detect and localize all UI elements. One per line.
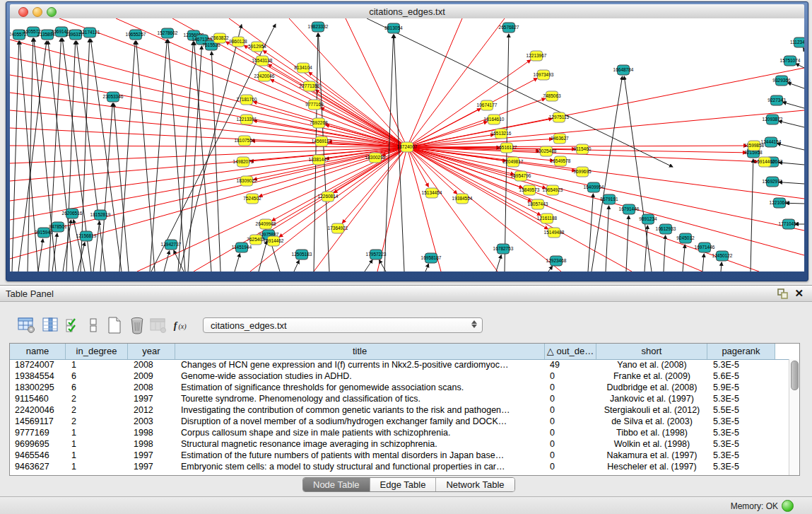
network-canvas[interactable]: 1872400724055724160557212135894120691406… (10, 18, 804, 271)
network-node[interactable]: 13942737 (161, 240, 182, 250)
network-node[interactable]: 12213391 (237, 115, 257, 124)
function-builder-icon[interactable]: f (x) (172, 315, 192, 335)
tab-edge-table[interactable]: Edge Table (370, 478, 436, 491)
svg-text:22771358: 22771358 (300, 83, 320, 88)
network-node[interactable]: 9463627 (551, 134, 569, 144)
row-height-icon[interactable] (83, 315, 103, 335)
network-node[interactable]: 19823332 (308, 22, 329, 32)
network-node[interactable]: 18152819 (90, 210, 111, 220)
network-node[interactable]: 15134454 (422, 188, 442, 198)
network-node[interactable]: 16782753 (493, 244, 514, 254)
network-node[interactable]: 23053346 (103, 92, 124, 102)
network-edge (235, 254, 240, 271)
network-node[interactable]: 19654923 (543, 185, 563, 195)
new-column-icon[interactable] (105, 315, 124, 335)
table-row[interactable]: 1938455462009Genome-wide association stu… (10, 370, 789, 382)
table-settings-icon[interactable] (17, 315, 37, 335)
network-node[interactable]: 15849573 (519, 185, 540, 195)
network-node[interactable]: 16971446 (695, 243, 715, 252)
column-header-year[interactable]: year (128, 344, 175, 359)
network-node[interactable]: 9329366 (772, 76, 791, 86)
network-window-titlebar[interactable]: citations_edges.txt (10, 4, 804, 19)
network-node[interactable]: 26409948 (256, 219, 276, 229)
network-node[interactable]: 9891234 (639, 214, 657, 224)
column-header-title[interactable]: title (175, 344, 545, 359)
close-panel-icon[interactable]: ✕ (794, 287, 804, 300)
table-row[interactable]: 946554611997Estimation of the future num… (10, 450, 789, 461)
network-node[interactable]: 14569117 (312, 136, 332, 146)
network-node[interactable]: 17364921 (328, 223, 348, 233)
network-edge (10, 110, 407, 147)
table-cell: Changes of HCN gene expression and I(f) … (175, 359, 545, 370)
table-toolbar: f (x) citations_edges.txt (0, 311, 812, 341)
tab-network-table[interactable]: Network Table (435, 478, 514, 491)
network-node[interactable]: 15692971 (763, 177, 783, 187)
table-row[interactable]: 1872400712008Changes of HCN gene express… (10, 359, 789, 370)
network-node[interactable]: 12923468 (546, 256, 567, 266)
tab-node-table[interactable]: Node Table (303, 478, 370, 491)
network-node[interactable]: 17710456 (779, 219, 799, 229)
table-row[interactable]: 977716911998Corpus callosum shape and si… (10, 427, 789, 438)
table-scrollbar[interactable] (789, 359, 799, 475)
network-node[interactable]: 8679191 (600, 194, 618, 204)
network-node[interactable]: 16549578 (551, 156, 571, 166)
table-row[interactable]: 1456911722003Disruption of a novel membe… (10, 416, 789, 427)
network-node[interactable]: 16648784 (613, 65, 634, 75)
network-node[interactable]: 7524502 (243, 194, 261, 204)
network-node[interactable]: 13381447 (309, 155, 329, 165)
network-node[interactable]: 19384554 (452, 194, 473, 204)
network-node[interactable]: 22049817 (503, 157, 524, 167)
column-header-short[interactable]: short (596, 344, 707, 359)
network-node[interactable]: 11123456 (790, 37, 804, 47)
scrollbar-thumb[interactable] (791, 361, 799, 390)
network-node[interactable]: 12093872 (763, 115, 783, 124)
network-node[interactable]: 9777169 (305, 100, 324, 110)
column-header-name[interactable]: name (10, 344, 66, 359)
network-node[interactable]: 12210649 (770, 198, 790, 208)
network-node[interactable]: 7485063 (543, 91, 561, 101)
memory-indicator-icon[interactable] (782, 500, 794, 512)
network-node[interactable]: 14982073 (233, 157, 254, 167)
network-node[interactable]: 15278602 (158, 28, 178, 38)
network-node[interactable]: 18164610 (484, 115, 505, 124)
network-node[interactable]: 10655257 (126, 30, 146, 40)
network-node[interactable]: 10025488 (536, 146, 557, 156)
table-row[interactable]: 946362711997Embryonic stem cells: a mode… (10, 461, 789, 472)
select-rows-icon[interactable] (64, 315, 83, 335)
table-cell: 6 (66, 370, 128, 382)
network-node[interactable]: 16409954 (584, 182, 604, 192)
show-columns-icon[interactable] (41, 315, 61, 335)
table-row[interactable]: 969969511998Structural magnetic resonanc… (10, 438, 789, 450)
network-node[interactable]: 9245012 (676, 233, 695, 243)
network-node[interactable]: 12450122 (712, 251, 733, 261)
network-node[interactable]: 7692268 (310, 118, 328, 128)
network-node[interactable]: 10612933 (656, 224, 676, 234)
network-node[interactable]: 15149488 (544, 228, 565, 238)
table-selector-dropdown[interactable]: citations_edges.txt (203, 317, 483, 333)
column-header-in_degree[interactable]: in_degree (66, 344, 128, 359)
network-node[interactable]: 17957223 (366, 250, 387, 259)
network-node[interactable]: 26576827 (499, 23, 519, 33)
network-node[interactable]: 9699695 (573, 167, 592, 177)
table-row[interactable]: 911546021997Tourette syndrome. Phenomeno… (10, 393, 789, 404)
delete-column-icon[interactable] (127, 315, 147, 335)
network-node[interactable]: 9115460 (574, 144, 592, 154)
float-panel-icon[interactable] (777, 288, 788, 299)
network-node[interactable]: 12975115 (549, 112, 570, 122)
table-row[interactable]: 2242004622012Investigating the contribut… (10, 404, 789, 416)
network-node[interactable]: 9860128 (229, 37, 247, 47)
network-canvas-svg[interactable]: 1872400724055724160557212135894120691406… (10, 18, 804, 271)
svg-text:18107554: 18107554 (235, 138, 255, 143)
network-node[interactable]: 8813054 (384, 23, 403, 33)
column-header-out_de[interactable]: △ out_de… (545, 344, 596, 359)
network-node[interactable]: 8134104 (294, 63, 312, 73)
network-node[interactable]: 8478501 (49, 222, 67, 232)
table-row[interactable]: 1830029562008Estimation of significance … (10, 382, 789, 393)
network-node[interactable]: 18107554 (235, 136, 255, 146)
network-node[interactable]: 12213967 (526, 51, 547, 61)
network-node[interactable]: 11451944 (232, 243, 252, 252)
network-node[interactable]: 12505183 (292, 250, 312, 259)
column-header-pagerank[interactable]: pagerank (707, 344, 775, 359)
network-node[interactable]: 9227343 (767, 95, 786, 105)
network-edge (425, 264, 429, 271)
